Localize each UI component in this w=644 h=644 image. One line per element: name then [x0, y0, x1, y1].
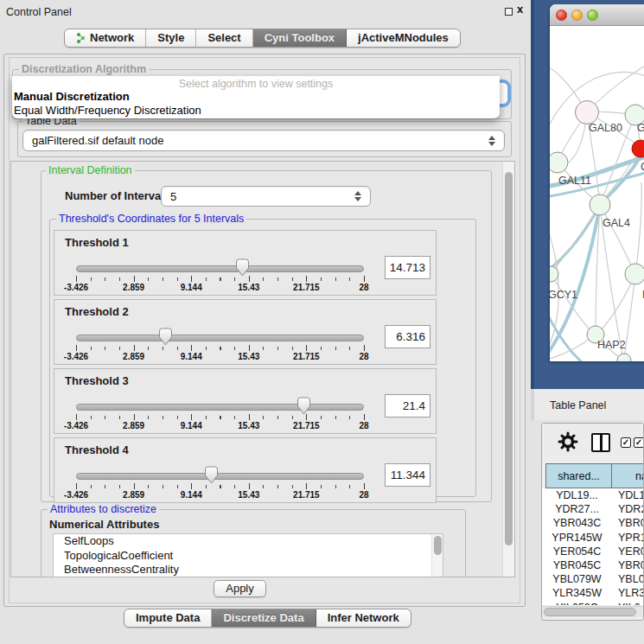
slider-major-ticks — [76, 414, 365, 420]
tab-cyni-toolbox[interactable]: Cyni Toolbox — [253, 29, 347, 47]
gear-icon[interactable] — [558, 431, 578, 452]
cell-name: YLR3 — [612, 586, 644, 600]
network-node[interactable] — [550, 152, 568, 173]
network-node[interactable] — [576, 101, 599, 124]
table-row[interactable]: YDL19...YDL1 — [542, 488, 644, 502]
network-node-label: GAL4 — [603, 217, 630, 229]
slider-tick-label: 2.859 — [123, 352, 144, 361]
algorithm-group-title: Discretization Algorithm — [19, 63, 149, 75]
slider-tick-label: 21.715 — [293, 490, 320, 500]
table-rows: YDL19...YDL1YDR27...YDR2YBR043CYBR0YPR14… — [542, 488, 644, 605]
network-node[interactable] — [625, 264, 644, 284]
threshold-slider-track[interactable] — [76, 335, 364, 341]
window-minimize-icon[interactable] — [571, 10, 583, 21]
num-intervals-value: 5 — [170, 190, 176, 203]
network-node[interactable] — [617, 354, 631, 361]
dropdown-option-equal-width[interactable]: Equal Width/Frequency Discretization — [12, 104, 500, 118]
network-node-label: GAL11 — [558, 175, 591, 187]
network-window[interactable]: GAL80GCGAL11GAL4GCY1HHAP2 — [550, 4, 644, 361]
attributes-group-title: Attributes to discretize — [48, 503, 159, 515]
cell-shared-name: YER054C — [542, 545, 612, 558]
tab-style[interactable]: Style — [146, 29, 196, 47]
settings-scroll-region: Interval Definition Number of Intervals … — [10, 161, 515, 577]
table-row[interactable]: YIL052CYIL0 — [542, 601, 644, 606]
slider-tick-label: 28 — [359, 283, 368, 292]
scrollbar-thumb[interactable] — [544, 608, 636, 616]
network-window-titlebar[interactable] — [550, 4, 644, 26]
threshold-label: Threshold 3 — [65, 374, 129, 387]
table-row[interactable]: YDR27...YDR2 — [542, 502, 644, 516]
threshold-value-field[interactable]: 14.713 — [385, 256, 430, 279]
slider-tick-label: 21.715 — [293, 421, 320, 430]
threshold-label: Threshold 1 — [65, 236, 129, 249]
table-row[interactable]: YLR345WYLR3 — [542, 586, 644, 600]
table-row[interactable]: YBR043CYBR0 — [542, 516, 644, 530]
attribute-list-item[interactable]: SelfLoops — [54, 534, 443, 549]
attributes-items: SelfLoopsTopologicalCoefficientBetweenne… — [54, 534, 443, 577]
cell-shared-name: YPR145W — [542, 531, 612, 545]
threshold-value-field[interactable]: 11.344 — [385, 463, 430, 487]
numerical-attributes-label: Numerical Attributes — [49, 518, 159, 531]
tab-infer-network[interactable]: Infer Network — [316, 609, 411, 627]
combo-stepper-icon — [488, 136, 496, 146]
slider-tick-label: 15.43 — [238, 352, 259, 361]
network-node[interactable] — [590, 194, 610, 215]
table-data-select[interactable]: galFiltered.sif default node — [22, 130, 505, 151]
attribute-list-item[interactable]: BetweennessCentrality — [54, 563, 443, 577]
close-icon[interactable]: x — [517, 3, 523, 16]
tab-label: Discretize Data — [223, 609, 303, 627]
slider-tick-label: 28 — [359, 352, 368, 361]
checkbox-checked-icon[interactable]: ✓ — [621, 437, 631, 448]
threshold-row: Threshold 3-3.4262.8599.14415.4321.71528… — [54, 368, 437, 434]
attribute-list-item[interactable]: TopologicalCoefficient — [54, 549, 443, 564]
float-window-icon[interactable] — [505, 8, 513, 16]
threshold-value-field[interactable]: 6.316 — [385, 325, 430, 348]
scrollbar-thumb[interactable] — [434, 536, 442, 555]
tab-network[interactable]: Network — [65, 29, 146, 47]
table-horizontal-scrollbar[interactable] — [542, 606, 644, 617]
tab-discretize-data[interactable]: Discretize Data — [212, 609, 316, 627]
table-row[interactable]: YPR145WYPR1 — [542, 531, 644, 545]
scrollbar-thumb[interactable] — [505, 172, 513, 545]
tab-jactivemnodules[interactable]: jActiveMNodules — [347, 29, 460, 47]
settings-vertical-scrollbar[interactable] — [502, 162, 514, 577]
network-canvas[interactable]: GAL80GCGAL11GAL4GCY1HHAP2 — [550, 27, 644, 361]
dropdown-option-manual[interactable]: Manual Discretization — [12, 90, 500, 104]
threshold-slider-track[interactable] — [76, 404, 364, 411]
table-row[interactable]: YER054CYER0 — [542, 545, 644, 558]
dropdown-prompt: Select algorithm to view settings — [12, 76, 500, 90]
column-header-name[interactable]: na — [612, 463, 644, 488]
table-data-selected-value: galFiltered.sif default node — [32, 134, 163, 147]
table-row[interactable]: YBL079WYBL0 — [542, 572, 644, 586]
tab-select[interactable]: Select — [196, 29, 252, 47]
tab-impute-data[interactable]: Impute Data — [124, 609, 212, 627]
thresholds-group-title: Threshold's Coordinates for 5 Intervals — [56, 213, 246, 225]
table-toolbar: ✓ ✓ — [542, 424, 643, 462]
apply-button[interactable]: Apply — [214, 580, 266, 597]
tab-label: Infer Network — [328, 609, 399, 627]
numerical-attributes-list[interactable]: SelfLoopsTopologicalCoefficientBetweenne… — [53, 533, 443, 577]
slider-tick-label: 28 — [359, 421, 368, 430]
attributes-scrollbar[interactable] — [431, 534, 443, 577]
column-header-shared-name[interactable]: shared... — [545, 463, 612, 488]
threshold-slider-track[interactable] — [76, 473, 364, 480]
combo-stepper-icon — [354, 191, 362, 201]
network-node-label: GAL80 — [589, 122, 622, 134]
slider-tick-label: 2.859 — [123, 490, 144, 500]
network-node-label: GCY1 — [550, 289, 577, 301]
num-intervals-select[interactable]: 5 — [161, 186, 371, 207]
checkbox-checked-icon[interactable]: ✓ — [634, 437, 644, 448]
window-zoom-icon[interactable] — [587, 10, 598, 21]
table-panel-titlebar: Table Panel — [531, 389, 644, 420]
cell-name: YIL0 — [612, 601, 644, 606]
slider-tick-label: 2.859 — [123, 421, 144, 430]
panel-title: Control Panel — [6, 6, 72, 18]
split-columns-icon[interactable] — [591, 433, 610, 452]
slider-tick-label: 21.715 — [293, 352, 320, 361]
threshold-value-field[interactable]: 21.4 — [385, 394, 430, 418]
tab-label: Network — [90, 29, 134, 47]
threshold-slider-track[interactable] — [76, 265, 364, 272]
table-row[interactable]: YBR045CYBR0 — [542, 558, 644, 572]
cell-shared-name: YBR045C — [542, 558, 612, 572]
window-close-icon[interactable] — [556, 10, 567, 21]
